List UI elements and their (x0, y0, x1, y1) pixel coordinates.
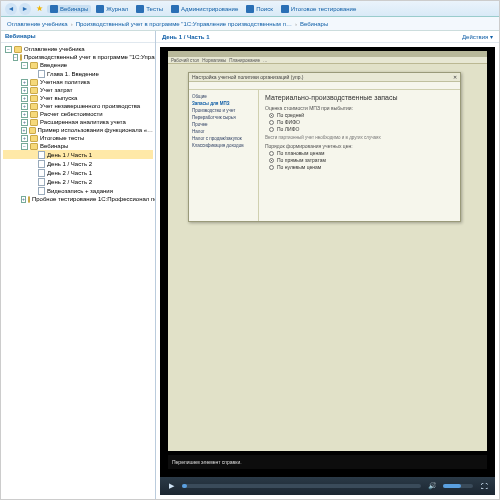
play-button[interactable]: ▶ (166, 481, 176, 491)
tree-item[interactable]: −Введение (3, 61, 153, 69)
radio-option[interactable]: По нулевым ценам (269, 164, 454, 170)
top-link[interactable]: Поиск (243, 5, 276, 13)
tree-twisty-icon[interactable]: + (21, 135, 28, 142)
tree-item[interactable]: +Учет затрат (3, 86, 153, 94)
tree-item[interactable]: День 2 / Часть 1 (3, 168, 153, 177)
tree-label: День 2 / Часть 1 (47, 170, 92, 176)
top-link[interactable]: Администрирование (168, 5, 241, 13)
tree-twisty-icon[interactable]: − (13, 54, 18, 61)
dialog-nav-item[interactable]: Налог (192, 128, 255, 135)
tree-item[interactable]: −Оглавление учебника (3, 45, 153, 53)
tree-item[interactable]: +Расчет себестоимости (3, 110, 153, 118)
crumb[interactable]: Вебинары (300, 21, 328, 27)
dialog-nav-item[interactable]: Переработчик сырья (192, 114, 255, 121)
dialog-title: Настройка учетной политики организаций (… (192, 74, 304, 80)
fullscreen-button[interactable]: ⛶ (479, 481, 489, 491)
settings-dialog: Настройка учетной политики организаций (… (188, 72, 461, 222)
tree-twisty-icon[interactable]: + (21, 87, 28, 94)
tree-item[interactable]: Видеозапись + задания (3, 186, 153, 195)
tree-label: Итоговые тесты (40, 135, 84, 141)
radio-option[interactable]: По прямым затратам (269, 157, 454, 163)
tree-twisty-icon[interactable]: − (21, 143, 28, 150)
radio-icon (269, 120, 274, 125)
tree-item[interactable]: +Итоговые тесты (3, 134, 153, 142)
tree-item[interactable]: День 1 / Часть 2 (3, 159, 153, 168)
content-pane: День 1 / Часть 1 Действия ▾ Рабочий стол… (156, 31, 499, 499)
tree-twisty-icon[interactable]: + (21, 196, 26, 203)
folder-icon (30, 111, 38, 118)
tree-label: День 1 / Часть 1 (47, 152, 92, 158)
dialog-nav-item[interactable]: Классификация доходов (192, 142, 255, 149)
folder-icon (14, 46, 22, 53)
folder-icon (30, 119, 38, 126)
top-link[interactable]: Журнал (93, 5, 131, 13)
tree-label: Производственный учет в программе "1С:Уп… (24, 54, 155, 60)
volume-icon[interactable]: 🔊 (427, 481, 437, 491)
dialog-nav-item[interactable]: Налог с продаж/закупок (192, 135, 255, 142)
top-link[interactable]: Вебинары (47, 5, 91, 13)
crumb[interactable]: Оглавление учебника (7, 21, 68, 27)
tree-item[interactable]: Глава 1. Введение (3, 69, 153, 78)
nav-fwd-button[interactable]: ► (19, 3, 31, 15)
module-icon (246, 5, 254, 13)
tree-item[interactable]: +Пример использования функционала «… (3, 126, 153, 134)
tree-item[interactable]: +Учет выпуска (3, 94, 153, 102)
folder-icon (30, 87, 38, 94)
tree-item[interactable]: −Вебинары (3, 142, 153, 150)
tree-item[interactable]: +Пробное тестирование 1С:Профессионал по… (3, 195, 153, 203)
module-icon (50, 5, 58, 13)
module-icon (136, 5, 144, 13)
sidebar: Вебинары −Оглавление учебника−Производст… (1, 31, 156, 499)
radio-icon (269, 165, 274, 170)
tree-label: День 1 / Часть 2 (47, 161, 92, 167)
top-link[interactable]: Итоговое тестирование (278, 5, 359, 13)
page-icon (38, 160, 45, 168)
tree-label: Пробное тестирование 1С:Профессионал по … (32, 196, 155, 202)
tree-twisty-icon[interactable]: + (21, 95, 28, 102)
course-tree[interactable]: −Оглавление учебника−Производственный уч… (1, 43, 155, 499)
tree-label: Пример использования функционала «… (38, 127, 153, 133)
tree-item[interactable]: −Производственный учет в программе "1С:У… (3, 53, 153, 61)
dialog-nav-item[interactable]: Производство и учет (192, 107, 255, 114)
volume-slider[interactable] (443, 484, 473, 488)
tree-item[interactable]: +Учетная политика (3, 78, 153, 86)
crumb[interactable]: Производственный учет в программе "1С:Уп… (76, 21, 292, 27)
tree-label: Учет затрат (40, 87, 72, 93)
tree-twisty-icon[interactable]: + (21, 127, 27, 134)
radio-option[interactable]: По ЛИФО (269, 126, 454, 132)
seek-bar[interactable] (182, 484, 421, 488)
dialog-nav-item[interactable]: Прочее (192, 121, 255, 128)
top-link[interactable]: Тесты (133, 5, 166, 13)
tree-twisty-icon[interactable]: − (21, 62, 28, 69)
tree-twisty-icon[interactable]: + (21, 119, 28, 126)
tree-twisty-icon[interactable]: + (21, 111, 28, 118)
nav-back-button[interactable]: ◄ (5, 3, 17, 15)
tree-label: Введение (40, 62, 67, 68)
close-icon[interactable]: ✕ (453, 74, 457, 80)
video-canvas[interactable]: Рабочий столНормативыПланирование… Настр… (160, 47, 495, 477)
dialog-nav-item[interactable]: Запасы для МПЗ (192, 100, 255, 107)
tree-item[interactable]: День 2 / Часть 2 (3, 177, 153, 186)
radio-option[interactable]: По средней (269, 112, 454, 118)
tree-twisty-icon[interactable]: − (5, 46, 12, 53)
tree-twisty-icon[interactable]: + (21, 103, 28, 110)
module-icon (96, 5, 104, 13)
module-icon (281, 5, 289, 13)
dialog-nav[interactable]: ОбщиеЗапасы для МПЗПроизводство и учетПе… (189, 90, 259, 221)
folder-icon (30, 79, 38, 86)
tree-item[interactable]: +Учет незавершенного производства (3, 102, 153, 110)
radio-option[interactable]: По плановым ценам (269, 150, 454, 156)
slide-screenshot: Рабочий столНормативыПланирование… Настр… (168, 51, 487, 451)
tree-item[interactable]: +Расширенная аналитика учета (3, 118, 153, 126)
sidebar-title: Вебинары (1, 31, 155, 43)
tree-twisty-icon[interactable]: + (21, 79, 28, 86)
folder-icon (28, 196, 30, 203)
dialog-nav-item[interactable]: Общие (192, 93, 255, 100)
tree-item[interactable]: День 1 / Часть 1 (3, 150, 153, 159)
page-icon (38, 151, 45, 159)
page-icon (38, 178, 45, 186)
actions-menu[interactable]: Действия ▾ (462, 33, 493, 40)
radio-option[interactable]: По ФИФО (269, 119, 454, 125)
favorite-icon[interactable]: ★ (33, 3, 45, 15)
radio-icon (269, 113, 274, 118)
